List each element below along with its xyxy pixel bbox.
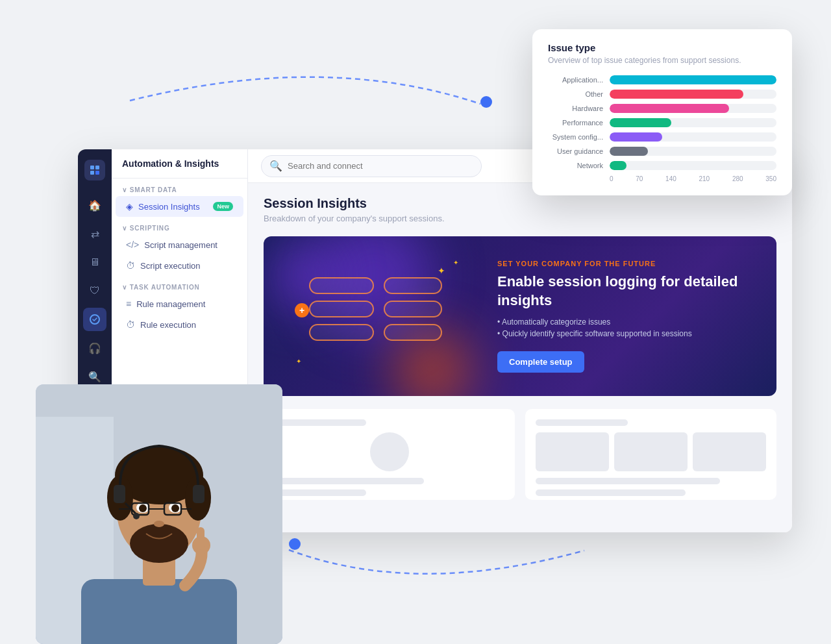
skeleton-line [274,478,424,484]
page-subtitle: Breakdown of your company's support sess… [264,214,776,223]
nav-section-label: SCRIPTING [112,217,247,234]
hero-title: Enable session logging for detailed insi… [497,273,750,310]
search-bar[interactable]: 🔍 [261,155,482,177]
svg-point-24 [154,521,164,527]
hero-bullets: Automatically categorize issuesQuickly i… [497,317,750,338]
nav-section-label: TASK AUTOMATION [112,276,247,293]
nav-item-label: Rule execution [140,320,196,330]
svg-point-14 [130,524,188,563]
chart-x-label: 140 [665,175,676,182]
chart-popup: Issue type Overview of top issue categor… [532,29,792,195]
connector-dot-bottom [289,538,301,550]
skeleton-grid [264,409,776,500]
hero-eyebrow: SET YOUR COMPANY FOR THE FUTURE [497,260,750,267]
sidebar-support-button[interactable]: 🎧 [83,336,106,360]
hero-text: SET YOUR COMPANY FOR THE FUTURE Enable s… [497,260,750,373]
search-icon: 🔍 [269,160,282,172]
svg-rect-25 [114,485,125,503]
main-content: 🔍 Session Insights Breakdown of your com… [248,149,792,532]
svg-rect-26 [193,485,205,503]
chart-row: User guidance [548,147,776,156]
nav-item-session-insights[interactable]: ◈Session InsightsNew [116,196,243,217]
chart-x-label: 70 [636,175,643,182]
workflow-pill [384,277,442,294]
nav-item-icon: ◈ [126,201,133,212]
svg-point-28 [133,513,140,519]
svg-rect-3 [95,171,99,175]
chart-x-label: 280 [732,175,743,182]
sidebar-home-button[interactable]: 🏠 [83,193,106,217]
chart-row: Other [548,90,776,99]
person-photo [36,384,282,644]
nav-header-title: Automation & Insights [112,149,247,179]
connector-dot-top [480,96,492,108]
nav-item-rule-execution[interactable]: ⏱Rule execution [116,314,243,335]
chart-x-axis: 070140210280350 [548,175,776,182]
chart-bars: Application...OtherHardwarePerformanceSy… [548,75,776,170]
chart-bar-label: User guidance [548,147,603,155]
chart-row: Application... [548,75,776,84]
chart-x-label: 0 [610,175,614,182]
chart-bar-container [610,118,776,127]
chart-row: System config... [548,132,776,142]
workflow-pill [309,301,374,317]
workflow-pill [309,324,374,341]
nav-item-script-management[interactable]: </>Script management [116,234,243,255]
nav-item-icon: ⏱ [126,319,135,330]
complete-setup-button[interactable]: Complete setup [497,351,584,373]
svg-point-18 [171,504,179,512]
svg-rect-8 [81,579,237,644]
skeleton-line [536,419,628,426]
chart-bar-label: Other [548,90,603,98]
skeleton-line [274,489,366,496]
nav-item-label: Script management [144,240,217,250]
skeleton-circle [370,432,409,471]
sparkle-small-icon: ✦ [453,259,458,266]
chart-bar-fill [610,161,626,170]
nav-item-icon: ≡ [126,299,131,309]
sidebar-monitor-button[interactable]: 🖥 [83,251,106,274]
chart-bar-label: Performance [548,119,603,127]
chart-bar-label: Application... [548,76,603,84]
svg-rect-1 [95,166,99,169]
chart-bar-container [610,161,776,170]
sidebar-shield-button[interactable]: 🛡 [83,279,106,303]
hero-bullet: Quickly identify specific software suppo… [497,329,750,338]
app-logo [84,160,105,180]
nav-item-label: Rule management [136,299,205,309]
nav-item-script-execution[interactable]: ⏱Script execution [116,255,243,276]
plus-icon: + [295,303,309,317]
chart-x-label: 350 [765,175,776,182]
nav-item-rule-management[interactable]: ≡Rule management [116,293,243,314]
chart-bar-fill [610,90,743,99]
nav-item-label: Script execution [140,261,201,271]
chart-bar-container [610,104,776,113]
chart-row: Network [548,161,776,170]
chart-bar-fill [610,132,662,142]
nav-section-label: SMART DATA [112,179,247,196]
nav-item-badge: New [213,202,233,211]
sidebar-sessions-button[interactable]: ⇄ [83,222,106,245]
chart-x-label: 210 [699,175,710,182]
chart-bar-label: System config... [548,133,603,141]
workflow-pill [384,324,442,341]
chart-bar-container [610,90,776,99]
chart-row: Hardware [548,104,776,113]
svg-point-17 [139,504,147,512]
nav-item-icon: ⏱ [126,260,135,271]
chart-bar-container [610,147,776,156]
sparkle-tiny-icon: ✦ [296,358,301,365]
workflow-pill [384,301,442,317]
nav-sections: SMART DATA◈Session InsightsNewSCRIPTING<… [112,179,247,335]
skeleton-card-2 [525,409,776,500]
skeleton-line [274,419,366,426]
content-body: Session Insights Breakdown of your compa… [248,183,792,513]
search-input[interactable] [288,161,473,171]
chart-bar-fill [610,147,648,156]
sidebar-automation-button[interactable] [83,308,106,331]
chart-bar-fill [610,104,729,113]
workflow-pill [309,277,374,294]
chart-row: Performance [548,118,776,127]
chart-bar-label: Network [548,162,603,169]
chart-bar-container [610,75,776,84]
